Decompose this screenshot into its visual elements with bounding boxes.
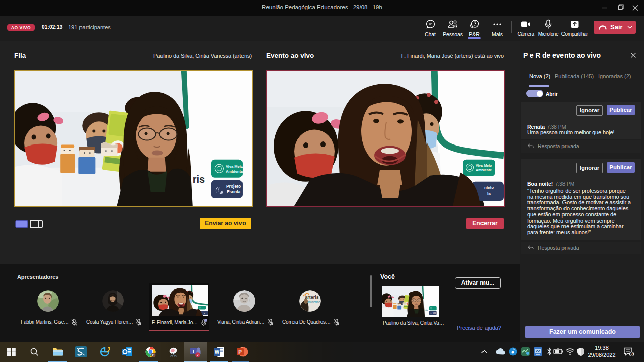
- svg-text:2: 2: [630, 352, 632, 356]
- svg-text:W: W: [215, 349, 220, 355]
- svg-text:P: P: [152, 353, 155, 357]
- svg-text:P: P: [238, 349, 242, 355]
- svg-text:T: T: [192, 349, 195, 354]
- svg-text:7: 7: [197, 353, 199, 357]
